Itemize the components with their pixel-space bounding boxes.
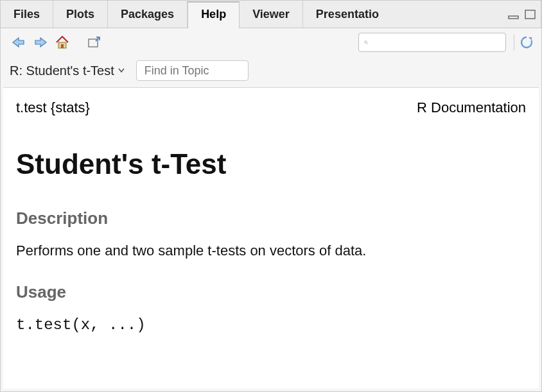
show-in-new-window-button[interactable] — [84, 33, 105, 52]
help-search[interactable] — [358, 33, 506, 52]
tab-presentation[interactable]: Presentatio — [303, 1, 541, 28]
home-button[interactable] — [52, 33, 73, 52]
tab-plots[interactable]: Plots — [53, 1, 108, 28]
help-search-input[interactable] — [372, 37, 500, 48]
arrow-right-icon — [33, 36, 48, 49]
toolbar-divider — [514, 34, 514, 51]
help-content-inner: t.test {stats} R Documentation Student's… — [3, 88, 539, 346]
search-icon — [364, 37, 368, 48]
popout-icon — [87, 36, 102, 49]
forward-button[interactable] — [30, 33, 51, 52]
back-button[interactable] — [8, 33, 29, 52]
svg-rect-0 — [509, 16, 518, 19]
maximize-pane-button[interactable] — [523, 8, 538, 21]
help-toolbar — [1, 28, 541, 56]
svg-rect-3 — [61, 44, 64, 48]
arrow-left-icon — [11, 36, 26, 49]
tab-viewer[interactable]: Viewer — [240, 1, 303, 28]
breadcrumb-label: R: Student's t-Test — [10, 64, 114, 78]
help-breadcrumb-bar: R: Student's t-Test — [1, 56, 541, 87]
help-content[interactable]: t.test {stats} R Documentation Student's… — [3, 87, 539, 389]
tab-files[interactable]: Files — [1, 1, 53, 28]
section-usage: Usage — [16, 282, 526, 302]
doc-topic: t.test {stats} — [16, 99, 90, 116]
chevron-down-icon — [118, 68, 125, 73]
refresh-icon — [520, 35, 534, 49]
svg-rect-1 — [525, 10, 535, 19]
minimize-icon — [508, 10, 520, 19]
topic-breadcrumb[interactable]: R: Student's t-Test — [10, 64, 125, 78]
window-controls — [507, 8, 538, 21]
description-text: Performs one and two sample t-tests on v… — [16, 243, 526, 259]
find-in-topic-input[interactable] — [136, 60, 249, 81]
tab-packages[interactable]: Packages — [108, 1, 188, 28]
section-description: Description — [16, 209, 526, 228]
doc-header: t.test {stats} R Documentation — [16, 96, 526, 116]
usage-code: t.test(x, ...) — [16, 316, 526, 334]
home-icon — [55, 35, 70, 49]
maximize-icon — [525, 10, 536, 20]
svg-line-6 — [367, 43, 368, 44]
page-title: Student's t-Test — [16, 148, 526, 180]
minimize-pane-button[interactable] — [507, 8, 521, 21]
refresh-button[interactable] — [520, 35, 534, 49]
tab-help[interactable]: Help — [188, 1, 240, 28]
pane-tabs: Files Plots Packages Help Viewer Present… — [1, 1, 541, 28]
doc-source: R Documentation — [417, 99, 526, 116]
